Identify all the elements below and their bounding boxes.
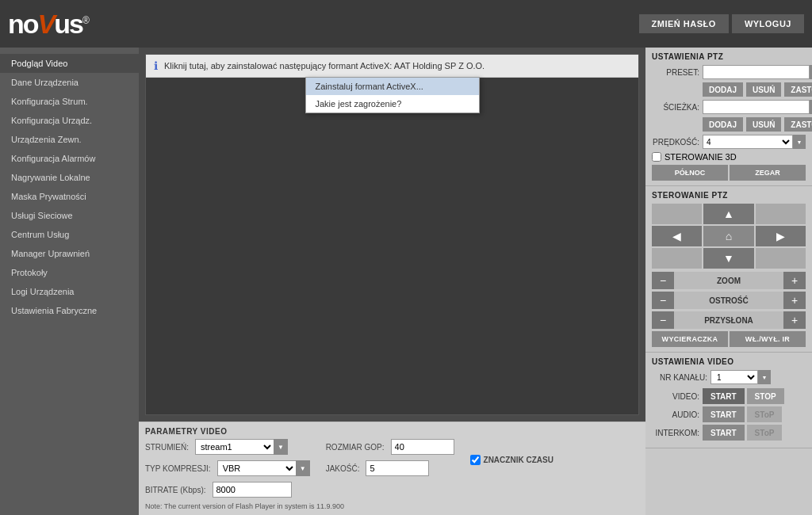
intercom-label: INTERKOM: xyxy=(652,429,699,437)
compression-select[interactable]: VBRCBR xyxy=(217,460,297,476)
zoom-plus-button[interactable]: + xyxy=(783,272,806,289)
sidebar-item-5[interactable]: Konfiguracja Alarmów xyxy=(0,149,139,168)
ptz-home-button[interactable]: ⌂ xyxy=(703,226,753,246)
video-label: VIDEO: xyxy=(652,392,699,401)
sidebar-item-4[interactable]: Urządzenia Zewn. xyxy=(0,130,139,149)
sidebar-item-9[interactable]: Centrum Usług xyxy=(0,225,139,244)
channel-select-wrap: 1234 ▼ xyxy=(710,370,771,384)
iris-minus-button[interactable]: − xyxy=(652,311,674,329)
path-add-button[interactable]: DODAJ xyxy=(703,117,743,132)
note-text: Note: The current version of Flash Playe… xyxy=(145,502,639,510)
video-settings-title: USTAWIENIA VIDEO xyxy=(652,357,806,366)
speed-row: PRĘDKOŚĆ: 41235 ▼ xyxy=(652,135,806,149)
zegar-button[interactable]: ZEGAR xyxy=(730,165,806,181)
sidebar-item-11[interactable]: Protokoły xyxy=(0,263,139,282)
video-settings-section: USTAWIENIA VIDEO NR KANAŁU: 1234 ▼ VIDEO… xyxy=(645,353,812,448)
intercom-stop-button[interactable]: SToP xyxy=(747,425,783,441)
ptz-control-title: STEROWANIE PTZ xyxy=(652,191,806,200)
compression-label: TYP KOMPRESJI: xyxy=(145,464,211,473)
video-ctrl-row: VIDEO: START STOP xyxy=(652,388,806,404)
intercom-start-button[interactable]: START xyxy=(703,425,745,441)
sharpness-plus-button[interactable]: + xyxy=(783,292,806,309)
sharpness-row: − OSTROŚĆ + xyxy=(652,292,806,309)
intercom-ctrl-row: INTERKOM: START SToP xyxy=(652,425,806,441)
timestamp-label[interactable]: ZNACZNIK CZASU xyxy=(470,455,553,465)
path-label: ŚCIEŻKA: xyxy=(652,103,699,112)
sidebar-item-10[interactable]: Manager Uprawnień xyxy=(0,244,139,263)
timestamp-checkbox[interactable] xyxy=(470,455,481,465)
activex-text: Kliknij tutaj, aby zainstalować następuj… xyxy=(164,61,485,71)
ptz-empty-bottomleft xyxy=(652,248,702,269)
speed-select-container: 41235 ▼ xyxy=(703,135,806,149)
audio-start-button[interactable]: START xyxy=(703,406,745,422)
path-row: ŚCIEŻKA: ▼ xyxy=(652,100,806,114)
path-input[interactable] xyxy=(703,100,810,114)
sidebar-item-3[interactable]: Konfiguracja Urządz. xyxy=(0,111,139,130)
sidebar-item-13[interactable]: Ustawienia Fabryczne xyxy=(0,301,139,320)
context-menu-item-1[interactable]: Jakie jest zagrożenie? xyxy=(306,95,479,113)
sidebar-item-8[interactable]: Usługi Sieciowe xyxy=(0,206,139,225)
iris-plus-button[interactable]: + xyxy=(783,311,806,329)
sidebar: Podgląd VideoDane UrządzeniaKonfiguracja… xyxy=(0,48,139,515)
change-password-button[interactable]: ZMIEŃ HASŁO xyxy=(639,14,729,33)
sidebar-item-7[interactable]: Maska Prywatności xyxy=(0,187,139,206)
path-apply-button[interactable]: ZASTOSUJ xyxy=(784,117,812,132)
header-buttons: ZMIEŃ HASŁO WYLOGUJ xyxy=(639,14,804,33)
ptz-down-button[interactable]: ▼ xyxy=(703,248,753,269)
channel-select[interactable]: 1234 xyxy=(710,370,758,384)
path-remove-button[interactable]: USUŃ xyxy=(746,117,781,132)
ptz-grid: ▲ ◀ ⌂ ▶ ▼ xyxy=(652,204,806,269)
polnoc-button[interactable]: PÓŁNOC xyxy=(652,165,728,181)
preset-add-button[interactable]: DODAJ xyxy=(703,82,743,97)
header: noVus® ZMIEŃ HASŁO WYLOGUJ xyxy=(0,0,812,48)
bitrate-input[interactable] xyxy=(213,482,292,498)
zoom-minus-button[interactable]: − xyxy=(652,272,674,289)
content-area: ℹ Kliknij tutaj, aby zainstalować następ… xyxy=(139,48,645,515)
path-buttons-row: DODAJ USUŃ ZASTOSUJ xyxy=(652,117,806,132)
info-icon: ℹ xyxy=(154,59,158,72)
sidebar-item-2[interactable]: Konfiguracja Strum. xyxy=(0,92,139,111)
sterowanie3d-label: STEROWANIE 3D xyxy=(665,152,737,162)
polnoc-zegar-row: PÓŁNOC ZEGAR xyxy=(652,165,806,181)
ptz-left-button[interactable]: ◀ xyxy=(652,226,702,246)
preset-apply-button[interactable]: ZASTOSUJ xyxy=(784,82,812,97)
channel-label: NR KANAŁU: xyxy=(652,373,707,382)
ptz-right-button[interactable]: ▶ xyxy=(756,226,806,246)
wiper-row: WYCIERACZKA WŁ./WYŁ. IR xyxy=(652,331,806,347)
channel-select-arrow[interactable]: ▼ xyxy=(758,370,771,384)
preset-input[interactable] xyxy=(703,65,810,79)
logo: noVus® xyxy=(8,8,88,40)
sidebar-item-12[interactable]: Logi Urządzenia xyxy=(0,282,139,301)
activex-bar[interactable]: ℹ Kliknij tutaj, aby zainstalować następ… xyxy=(146,55,638,78)
sharpness-label: OSTROŚĆ xyxy=(674,292,783,309)
stream-select[interactable]: stream1stream2 xyxy=(195,439,274,455)
sterowanie3d-checkbox[interactable] xyxy=(652,152,661,162)
sidebar-item-0[interactable]: Podgląd Video xyxy=(0,54,139,73)
wiper-button[interactable]: WYCIERACZKA xyxy=(652,331,728,347)
logout-button[interactable]: WYLOGUJ xyxy=(732,14,804,33)
context-menu-item-0[interactable]: Zainstaluj formant ActiveX... xyxy=(306,78,479,95)
sharpness-minus-button[interactable]: − xyxy=(652,292,674,309)
ir-button[interactable]: WŁ./WYŁ. IR xyxy=(730,331,806,347)
video-start-button[interactable]: START xyxy=(703,388,745,404)
ptz-settings-section: USTAWIENIA PTZ PRESET: ▼ DODAJ USUŃ ZAST… xyxy=(645,48,812,186)
gop-input[interactable] xyxy=(391,439,454,455)
ptz-up-button[interactable]: ▲ xyxy=(703,204,753,224)
video-stop-button[interactable]: STOP xyxy=(747,388,784,404)
iris-label: PRZYSŁONA xyxy=(674,311,783,329)
video-area: ℹ Kliknij tutaj, aby zainstalować następ… xyxy=(145,54,639,415)
compression-select-arrow[interactable]: ▼ xyxy=(296,460,310,476)
quality-label: JAKOŚĆ: xyxy=(326,464,360,473)
speed-select-arrow[interactable]: ▼ xyxy=(793,135,806,149)
stream-select-arrow[interactable]: ▼ xyxy=(274,439,288,455)
quality-input[interactable] xyxy=(366,460,429,476)
sidebar-item-6[interactable]: Nagrywanie Lokalne xyxy=(0,168,139,187)
ptz-settings-title: USTAWIENIA PTZ xyxy=(652,52,806,61)
audio-stop-button[interactable]: SToP xyxy=(747,406,783,422)
zoom-label: ZOOM xyxy=(674,272,783,289)
speed-select[interactable]: 41235 xyxy=(703,135,793,149)
context-menu: Zainstaluj formant ActiveX...Jakie jest … xyxy=(305,77,480,113)
sidebar-item-1[interactable]: Dane Urządzenia xyxy=(0,73,139,92)
ptz-control-section: STEROWANIE PTZ ▲ ◀ ⌂ ▶ ▼ − ZOOM + − xyxy=(645,186,812,353)
preset-remove-button[interactable]: USUŃ xyxy=(746,82,781,97)
